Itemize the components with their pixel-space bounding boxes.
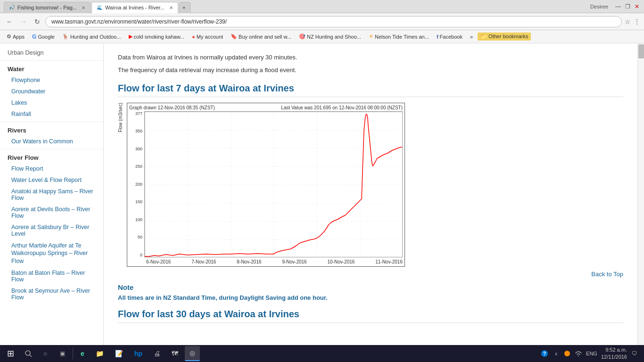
sidebar-item-baton[interactable]: Baton at Baton Flats – River Flow: [0, 267, 103, 285]
scrollbar-track[interactable]: [637, 43, 644, 345]
sidebar-item-brook[interactable]: Brook at Seymour Ave – River Flow: [0, 285, 103, 303]
tray-chevron-icon[interactable]: ∧: [552, 350, 560, 357]
chart7-body: 377 350 300 250 200 150 100 50 0: [129, 111, 403, 257]
maximize-button[interactable]: ❐: [624, 3, 631, 10]
close-button[interactable]: ✕: [634, 3, 640, 10]
taskview-button[interactable]: ▣: [55, 346, 70, 361]
sidebar-item-aorere-devils[interactable]: Aorere at Devils Boots – River Flow: [0, 204, 103, 222]
url-input[interactable]: [45, 16, 622, 27]
reload-button[interactable]: ↻: [32, 17, 42, 26]
tray-notification-icon[interactable]: 🗨: [631, 350, 638, 357]
chart7-lastval: Last Value was 201.695 on 12-Nov-2016 08…: [281, 105, 403, 110]
chart7-svg: [144, 111, 403, 257]
svg-point-6: [564, 351, 570, 356]
divider-1: [0, 60, 103, 61]
sidebar: Urban Design Water Flowphone Groundwater…: [0, 43, 104, 345]
folder-icon: 📁: [480, 33, 487, 39]
sidebar-category-rivers: Rivers: [0, 124, 103, 136]
bookmark-buy-label: Buy online and sell w...: [239, 34, 291, 40]
bookmark-hunting[interactable]: 🦌 Hunting and Outdoo...: [59, 33, 124, 41]
search-icon: [25, 350, 32, 357]
search-button[interactable]: [21, 346, 36, 361]
taskbar-explorer[interactable]: 📁: [91, 346, 108, 361]
taskbar-notepad[interactable]: 📝: [110, 346, 128, 361]
bookmark-nelson[interactable]: ☀ Nelson Tide Times an...: [366, 33, 432, 41]
sidebar-urban-design[interactable]: Urban Design: [0, 47, 103, 58]
forward-button[interactable]: →: [18, 17, 29, 26]
taskbar-maps[interactable]: 🗺: [167, 346, 183, 361]
taskbar-edge[interactable]: e: [76, 346, 89, 361]
note-heading: Note: [118, 283, 623, 291]
bookmark-smoking[interactable]: ▶ cold smoking kahaw...: [126, 33, 188, 41]
sidebar-item-flowreport[interactable]: Flow Report: [0, 163, 103, 174]
bookmark-apps[interactable]: ⚙ Apps: [4, 33, 27, 41]
tab-close-fishing[interactable]: ✕: [82, 5, 85, 10]
bookmark-more[interactable]: »: [467, 33, 476, 41]
bookmarks-bar: ⚙ Apps G Google 🦌 Hunting and Outdoo... …: [0, 30, 644, 43]
sidebar-item-flowphone[interactable]: Flowphone: [0, 74, 103, 86]
chrome-icon: ◎: [190, 349, 195, 357]
system-tray: ? ∧ ENG 9:52 a.m. 12/11/2016 🗨: [537, 346, 642, 361]
sidebar-item-ourwaters[interactable]: Our Waters in Common: [0, 136, 103, 147]
printer-icon: 🖨: [154, 350, 160, 357]
back-to-top-link[interactable]: Back to Top: [591, 271, 623, 278]
tab-wairoa[interactable]: 🌊 Wairoa at Irvines - River... ✕: [91, 2, 178, 13]
svg-text:?: ?: [543, 351, 546, 356]
scrollbar-thumb[interactable]: [638, 44, 644, 58]
note-text: All times are in NZ Standard Time, durin…: [118, 294, 623, 301]
bookmark-hunting-label: Hunting and Outdoo...: [70, 34, 121, 40]
taskbar-hp[interactable]: hp: [130, 346, 147, 361]
taskbar-chrome[interactable]: ◎: [185, 346, 200, 361]
google-icon: G: [32, 33, 36, 40]
sidebar-item-aorere-salisbury[interactable]: Aorere at Salisbury Br – River Level: [0, 222, 103, 239]
svg-point-2: [25, 351, 30, 355]
sidebar-item-rainfall[interactable]: Rainfall: [0, 108, 103, 120]
tray-wifi-icon[interactable]: [575, 350, 582, 357]
sidebar-item-arthur[interactable]: Arthur Marble Aquifer at Te Waikoropupu …: [0, 239, 103, 267]
browser-content: Urban Design Water Flowphone Groundwater…: [0, 43, 644, 345]
nzhunting-icon: 🎯: [299, 33, 305, 40]
chart7-drawn: Graph drawn 12-Nov-2016 08:35 (NZST): [129, 105, 215, 110]
title-bar: 🎣 Fishing tomorrow! - Pag... ✕ 🌊 Wairoa …: [0, 0, 644, 13]
other-bookmarks[interactable]: 📁 Other bookmarks: [478, 33, 531, 41]
tab-new[interactable]: +: [179, 2, 190, 13]
bookmark-buy[interactable]: 🔖 Buy online and sell w...: [228, 33, 294, 41]
tab-close-wairoa[interactable]: ✕: [169, 5, 173, 10]
sidebar-category-riverflow: River Flow: [0, 151, 103, 163]
tab-fishing[interactable]: 🎣 Fishing tomorrow! - Pag... ✕: [4, 2, 91, 13]
sidebar-item-groundwater[interactable]: Groundwater: [0, 86, 103, 97]
nelson-icon: ☀: [369, 33, 373, 40]
bookmark-account-label: My account: [197, 34, 223, 40]
tab-label-fishing: Fishing tomorrow! - Pag...: [17, 5, 77, 10]
clock-date: 12/11/2016: [601, 354, 627, 361]
clock-time: 9:52 a.m.: [601, 346, 627, 354]
cortana-button[interactable]: ○: [38, 346, 53, 361]
start-button[interactable]: ⊞: [2, 346, 19, 361]
chart30-title: Flow for last 30 days at Wairoa at Irvin…: [118, 309, 623, 323]
bookmark-star-icon[interactable]: ☆: [625, 18, 631, 25]
bookmark-account[interactable]: ● My account: [189, 33, 226, 41]
bookmark-smoking-label: cold smoking kahaw...: [134, 34, 185, 40]
bookmark-google[interactable]: G Google: [29, 33, 58, 41]
sidebar-item-waterlevel[interactable]: Water Level & Flow Report: [0, 174, 103, 186]
buy-icon: 🔖: [231, 33, 237, 40]
bookmark-google-label: Google: [38, 34, 54, 40]
sidebar-item-anatoki[interactable]: Anatoki at Happy Sams – River Flow: [0, 186, 103, 204]
minimize-button[interactable]: —: [615, 3, 621, 10]
bookmark-apps-label: Apps: [13, 34, 25, 40]
apps-icon: ⚙: [7, 33, 11, 40]
tray-help-icon[interactable]: ?: [541, 350, 548, 357]
sidebar-item-lakes[interactable]: Lakes: [0, 97, 103, 108]
new-tab-icon: +: [182, 5, 185, 10]
user-label: Desiree: [590, 4, 608, 9]
back-button[interactable]: ←: [4, 17, 15, 26]
taskbar-printer[interactable]: 🖨: [149, 346, 165, 361]
settings-icon[interactable]: ⋮: [634, 18, 640, 25]
bookmark-facebook[interactable]: f Facebook: [434, 33, 465, 41]
bookmark-nzhunting[interactable]: 🎯 NZ Hunting and Shoo...: [296, 33, 364, 41]
address-bar: ← → ↻ ☆ ⋮: [0, 13, 644, 30]
tray-orange-icon[interactable]: [563, 350, 571, 357]
sidebar-category-water: Water: [0, 63, 103, 74]
taskview-icon: ▣: [60, 350, 65, 357]
facebook-icon: f: [437, 34, 438, 40]
